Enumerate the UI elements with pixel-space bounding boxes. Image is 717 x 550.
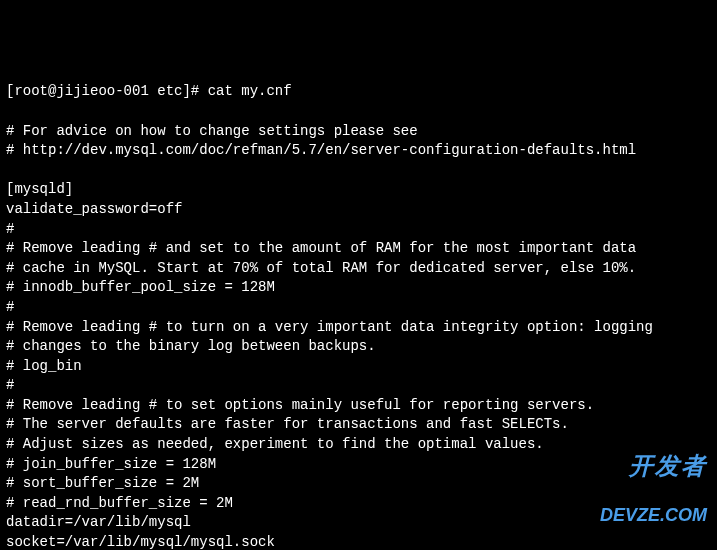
terminal-output: # For advice on how to change settings p…: [6, 122, 711, 550]
output-line: #: [6, 376, 711, 396]
output-line: # http://dev.mysql.com/doc/refman/5.7/en…: [6, 141, 711, 161]
prompt-line[interactable]: [root@jijieoo-001 etc]# cat my.cnf: [6, 82, 711, 102]
output-line: # log_bin: [6, 357, 711, 377]
output-line: # join_buffer_size = 128M: [6, 455, 711, 475]
output-line: # Adjust sizes as needed, experiment to …: [6, 435, 711, 455]
output-line: # Remove leading # to set options mainly…: [6, 396, 711, 416]
output-line: #: [6, 220, 711, 240]
output-line: # changes to the binary log between back…: [6, 337, 711, 357]
output-line: [6, 161, 711, 181]
output-line: validate_password=off: [6, 200, 711, 220]
output-line: # cache in MySQL. Start at 70% of total …: [6, 259, 711, 279]
output-line: datadir=/var/lib/mysql: [6, 513, 711, 533]
output-line: # innodb_buffer_pool_size = 128M: [6, 278, 711, 298]
output-line: # Remove leading # to turn on a very imp…: [6, 318, 711, 338]
output-line: # Remove leading # and set to the amount…: [6, 239, 711, 259]
output-line: #: [6, 298, 711, 318]
prompt-user-host: [root@jijieoo-001 etc]#: [6, 83, 208, 99]
output-line: socket=/var/lib/mysql/mysql.sock: [6, 533, 711, 550]
output-line: [mysqld]: [6, 180, 711, 200]
output-line: # read_rnd_buffer_size = 2M: [6, 494, 711, 514]
output-line: # The server defaults are faster for tra…: [6, 415, 711, 435]
output-line: # For advice on how to change settings p…: [6, 122, 711, 142]
output-line: # sort_buffer_size = 2M: [6, 474, 711, 494]
prompt-command: cat my.cnf: [208, 83, 292, 99]
